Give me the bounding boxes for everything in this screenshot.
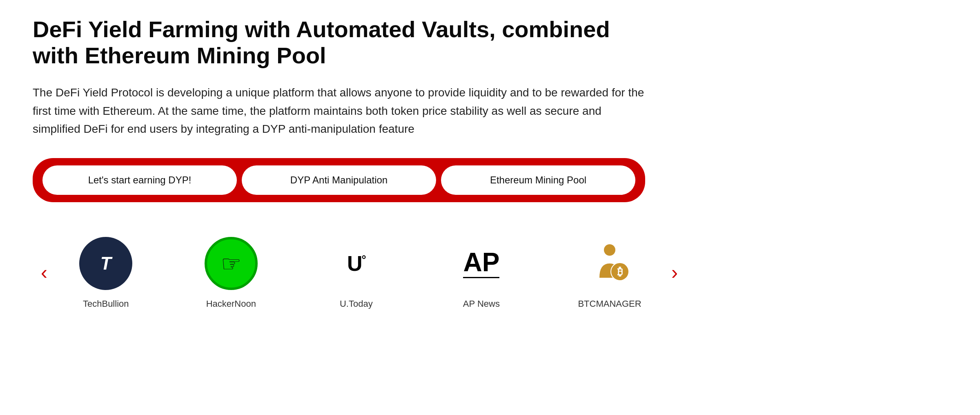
partner-apnews[interactable]: AP AP News bbox=[453, 235, 510, 309]
hackernoon-label: HackerNoon bbox=[206, 299, 256, 309]
btcmanager-logo: ₿ bbox=[581, 235, 638, 292]
utoday-label: U.Today bbox=[340, 299, 373, 309]
apnews-text: AP bbox=[463, 249, 499, 278]
partner-techbullion[interactable]: T TechBullion bbox=[77, 235, 134, 309]
apnews-label: AP News bbox=[463, 299, 500, 309]
partners-list: T TechBullion ☞ HackerNoon U° U.Today bbox=[56, 235, 663, 309]
btcmanager-logo-container: ₿ bbox=[587, 241, 632, 286]
page-title: DeFi Yield Farming with Automated Vaults… bbox=[33, 16, 645, 69]
apnews-logo-container: AP bbox=[463, 249, 499, 278]
partners-section: ‹ T TechBullion ☞ HackerNoon bbox=[33, 235, 686, 309]
cta-bar: Let's start earning DYP! DYP Anti Manipu… bbox=[33, 158, 645, 202]
utoday-logo-text: U° bbox=[347, 251, 365, 276]
techbullion-logo-circle: T bbox=[79, 237, 132, 290]
anti-manipulation-button[interactable]: DYP Anti Manipulation bbox=[242, 165, 436, 195]
mining-pool-button[interactable]: Ethereum Mining Pool bbox=[441, 165, 635, 195]
techbullion-label: TechBullion bbox=[83, 299, 129, 309]
svg-point-0 bbox=[604, 244, 615, 256]
hackernoon-logo: ☞ bbox=[203, 235, 260, 292]
utoday-text: U° bbox=[347, 251, 365, 276]
partner-utoday[interactable]: U° U.Today bbox=[327, 235, 385, 309]
utoday-logo: U° bbox=[327, 235, 385, 292]
btcmanager-label: BTCMANAGER bbox=[578, 299, 641, 309]
partner-hackernoon[interactable]: ☞ HackerNoon bbox=[203, 235, 260, 309]
techbullion-letter: T bbox=[100, 253, 111, 274]
techbullion-logo: T bbox=[77, 235, 134, 292]
btcmanager-icon: ₿ bbox=[587, 241, 632, 286]
partners-next-arrow[interactable]: › bbox=[663, 261, 686, 283]
partners-prev-arrow[interactable]: ‹ bbox=[33, 261, 56, 283]
hackernoon-icon: ☞ bbox=[221, 250, 241, 277]
hero-description: The DeFi Yield Protocol is developing a … bbox=[33, 84, 645, 138]
hackernoon-logo-circle: ☞ bbox=[205, 237, 258, 290]
svg-text:₿: ₿ bbox=[617, 266, 623, 278]
apnews-logo: AP bbox=[453, 235, 510, 292]
partner-btcmanager[interactable]: ₿ BTCMANAGER bbox=[578, 235, 641, 309]
earn-dyp-button[interactable]: Let's start earning DYP! bbox=[42, 165, 237, 195]
